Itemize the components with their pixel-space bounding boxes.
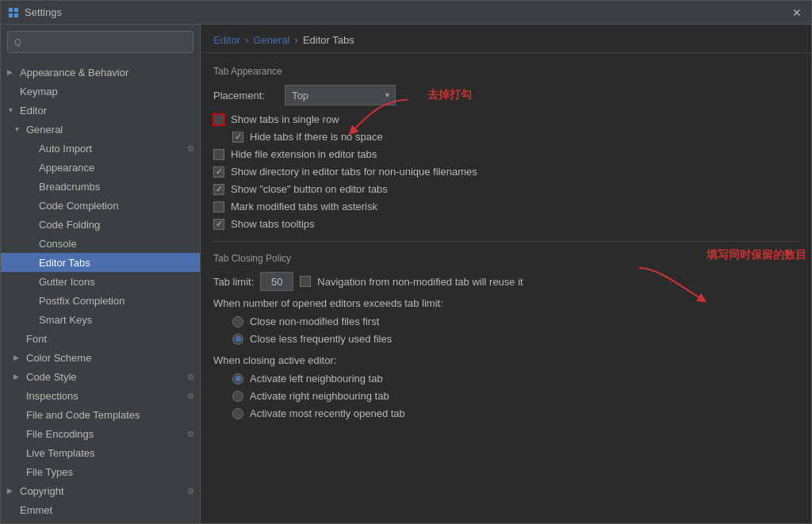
arrow-icon: ▶ xyxy=(13,354,26,361)
badge-icon: ⚙ xyxy=(184,370,197,383)
badge-icon: ⚙ xyxy=(184,427,197,440)
closing-active-label: When closing active editor: xyxy=(213,354,799,366)
settings-body: Tab Appearance Placement: Top Bottom Lef… xyxy=(201,53,811,523)
option-show-directory: Show directory in editor tabs for non-un… xyxy=(213,166,799,178)
label-close-non-modified[interactable]: Close non-modified files first xyxy=(250,316,379,327)
settings-window: Settings ✕ Q ▶Appearance & BehaviorKeyma… xyxy=(0,0,812,524)
app-icon xyxy=(7,6,20,19)
sidebar-item-color-scheme[interactable]: ▶Color Scheme xyxy=(1,348,200,367)
sidebar-item-emmet[interactable]: Emmet xyxy=(1,500,200,519)
sidebar-item-editor[interactable]: ▼Editor xyxy=(1,101,200,120)
badge-icon: ⚙ xyxy=(184,142,197,155)
option-hide-no-space: Hide tabs if there is no space xyxy=(213,131,799,143)
sidebar-item-postfix-completion[interactable]: Postfix Completion xyxy=(1,291,200,310)
rb-activate-recent[interactable] xyxy=(232,408,243,419)
sidebar-item-label: Code Style xyxy=(26,371,184,383)
window-title: Settings xyxy=(25,6,789,18)
sidebar-item-label: Color Scheme xyxy=(26,352,200,364)
option-mark-modified: Mark modified tabs with asterisk xyxy=(213,201,799,212)
breadcrumb-sep2: › xyxy=(295,34,298,46)
rb-activate-left[interactable] xyxy=(232,373,243,384)
sidebar-item-gutter-icons[interactable]: Gutter Icons xyxy=(1,272,200,291)
sidebar-item-appearance[interactable]: Appearance xyxy=(1,158,200,177)
sidebar-item-label: Postfix Completion xyxy=(39,295,200,307)
sidebar-item-label: Inspections xyxy=(26,390,184,402)
sidebar-item-label: File and Code Templates xyxy=(26,409,200,421)
sidebar-item-font[interactable]: Font xyxy=(1,329,200,348)
cb-show-close-btn[interactable] xyxy=(213,184,224,195)
arrow-icon: ▶ xyxy=(13,373,26,381)
cb-mark-modified[interactable] xyxy=(213,201,224,212)
search-icon: Q xyxy=(14,37,21,47)
label-show-directory[interactable]: Show directory in editor tabs for non-un… xyxy=(231,166,477,178)
cb-show-directory[interactable] xyxy=(213,166,224,178)
tab-closing-section: Tab Closing Policy Tab limit: Navigation… xyxy=(213,253,799,419)
rb-close-non-modified[interactable] xyxy=(232,316,243,327)
label-nav-reuse[interactable]: Navigation from non-modified tab will re… xyxy=(317,276,523,288)
arrow-icon: ▼ xyxy=(7,106,20,114)
option-close-non-modified: Close non-modified files first xyxy=(213,316,799,327)
sidebar-item-auto-import[interactable]: Auto Import⚙ xyxy=(1,139,200,158)
sidebar-item-label: General xyxy=(26,124,200,136)
titlebar: Settings ✕ xyxy=(1,1,811,25)
sidebar-item-label: Console xyxy=(39,238,200,250)
tab-limit-container: Tab limit: Navigation from non-modified … xyxy=(213,272,799,291)
sidebar-item-label: Smart Keys xyxy=(39,314,200,326)
sidebar-item-smart-keys[interactable]: Smart Keys xyxy=(1,310,200,329)
annotation2-text: 填写同时保留的数目 xyxy=(707,248,806,261)
svg-rect-0 xyxy=(9,8,13,12)
breadcrumb: Editor › General › Editor Tabs xyxy=(201,25,811,53)
label-close-less-frequent[interactable]: Close less frequently used files xyxy=(250,333,392,345)
sidebar-item-label: Font xyxy=(26,333,200,345)
sidebar-item-code-style[interactable]: ▶Code Style⚙ xyxy=(1,367,200,386)
sidebar-item-label: Keymap xyxy=(20,86,200,98)
sidebar-item-live-templates[interactable]: Live Templates xyxy=(1,443,200,462)
cb-show-single-row[interactable] xyxy=(213,114,224,125)
label-show-tooltips[interactable]: Show tabs tooltips xyxy=(231,218,315,230)
annotation1-text: 去掉打勾 xyxy=(427,88,472,101)
label-mark-modified[interactable]: Mark modified tabs with asterisk xyxy=(231,201,377,212)
search-input[interactable] xyxy=(26,36,186,48)
svg-rect-1 xyxy=(14,8,18,12)
label-activate-right[interactable]: Activate right neighbouring tab xyxy=(250,390,389,402)
label-activate-recent[interactable]: Activate most recently opened tab xyxy=(250,407,405,419)
sidebar-item-file-encodings[interactable]: File Encodings⚙ xyxy=(1,424,200,443)
sidebar-item-general[interactable]: ▼General xyxy=(1,120,200,139)
rb-close-less-frequent[interactable] xyxy=(232,334,243,345)
rb-activate-right[interactable] xyxy=(232,391,243,402)
tab-limit-input[interactable] xyxy=(260,272,293,291)
label-hide-extension[interactable]: Hide file extension in editor tabs xyxy=(231,148,377,160)
label-show-single-row[interactable]: Show tabs in single row xyxy=(231,113,339,125)
sidebar-item-label: Copyright xyxy=(20,485,184,497)
tab-appearance-section: Tab Appearance Placement: Top Bottom Lef… xyxy=(213,66,799,230)
placement-label: Placement: xyxy=(213,90,277,101)
sidebar-item-code-folding[interactable]: Code Folding xyxy=(1,215,200,234)
close-button[interactable]: ✕ xyxy=(789,5,805,21)
label-show-close-btn[interactable]: Show "close" button on editor tabs xyxy=(231,183,388,195)
option-show-close-btn: Show "close" button on editor tabs xyxy=(213,183,799,195)
sidebar-item-copyright[interactable]: ▶Copyright⚙ xyxy=(1,481,200,500)
cb-show-tooltips[interactable] xyxy=(213,219,224,230)
placement-row: Placement: Top Bottom Left Right None xyxy=(213,85,799,105)
search-box[interactable]: Q xyxy=(7,31,193,53)
cb-hide-no-space[interactable] xyxy=(232,132,243,143)
annotation2-container: 填写同时保留的数目 xyxy=(707,248,806,262)
sidebar-item-label: Code Folding xyxy=(39,219,200,231)
annotation1-container: 去掉打勾 xyxy=(427,88,472,102)
sidebar-item-code-completion[interactable]: Code Completion xyxy=(1,196,200,215)
sidebar-item-label: Editor Tabs xyxy=(39,257,200,269)
sidebar-item-editor-tabs[interactable]: Editor Tabs xyxy=(1,253,200,272)
sidebar-item-label: Appearance & Behavior xyxy=(20,67,200,78)
sidebar-item-inspections[interactable]: Inspections⚙ xyxy=(1,386,200,405)
sidebar-item-keymap[interactable]: Keymap xyxy=(1,82,200,101)
cb-hide-extension[interactable] xyxy=(213,149,224,160)
sidebar-item-appearance-behavior[interactable]: ▶Appearance & Behavior xyxy=(1,63,200,82)
sidebar-item-label: Emmet xyxy=(20,504,200,516)
label-activate-left[interactable]: Activate left neighbouring tab xyxy=(250,373,383,384)
sidebar-item-file-code-templates[interactable]: File and Code Templates xyxy=(1,405,200,424)
arrow1-svg xyxy=(348,96,412,136)
sidebar-item-breadcrumbs[interactable]: Breadcrumbs xyxy=(1,177,200,196)
sidebar-item-file-types[interactable]: File Types xyxy=(1,462,200,481)
cb-nav-reuse[interactable] xyxy=(300,276,311,287)
sidebar-item-console[interactable]: Console xyxy=(1,234,200,253)
